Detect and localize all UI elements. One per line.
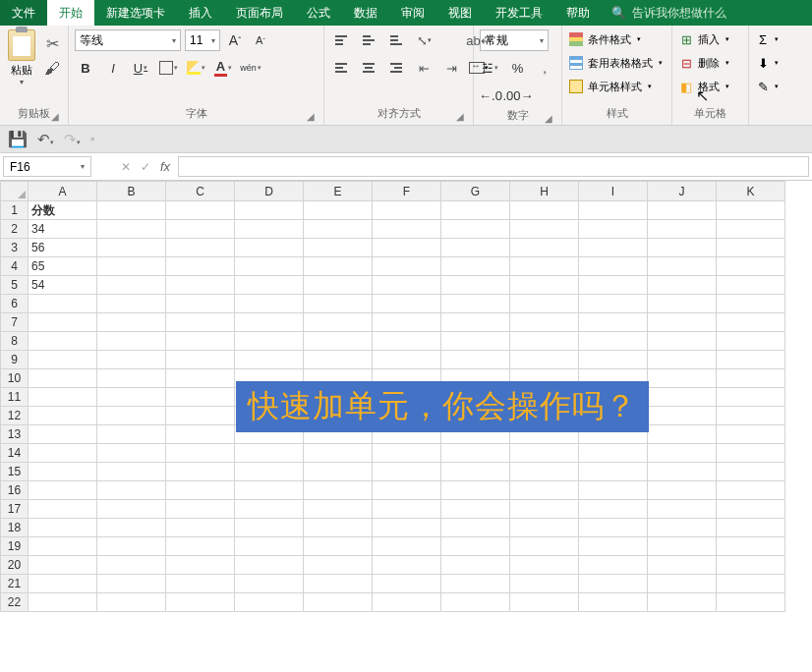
cell[interactable] — [166, 257, 235, 276]
cell[interactable] — [441, 556, 510, 575]
row-header[interactable]: 10 — [1, 369, 29, 388]
cell[interactable] — [373, 575, 441, 593]
cell[interactable] — [579, 313, 648, 332]
column-header[interactable]: E — [304, 182, 373, 201]
row-header[interactable]: 13 — [1, 425, 29, 444]
cell[interactable] — [510, 556, 579, 575]
cell[interactable] — [441, 351, 510, 369]
cell[interactable] — [166, 519, 235, 537]
italic-button[interactable]: I — [102, 57, 124, 79]
align-right-button[interactable] — [385, 57, 407, 79]
clipboard-dialog-launcher[interactable]: ◢ — [50, 111, 60, 121]
cell[interactable] — [441, 575, 510, 593]
cell[interactable] — [648, 537, 717, 556]
cell[interactable] — [235, 332, 304, 351]
cell[interactable] — [97, 201, 166, 220]
cell[interactable] — [235, 351, 304, 369]
wrap-text-button[interactable]: ab↵ — [468, 29, 490, 51]
cell[interactable] — [166, 575, 235, 593]
comma-button[interactable]: , — [534, 57, 555, 79]
cancel-formula-button[interactable]: ✕ — [121, 160, 131, 174]
row-header[interactable]: 22 — [1, 593, 29, 612]
cell[interactable] — [235, 556, 304, 575]
cell[interactable] — [441, 444, 510, 463]
cell[interactable] — [579, 276, 648, 295]
autosum-button[interactable]: Σ▾ — [755, 29, 792, 49]
increase-font-button[interactable]: Aˆ — [224, 29, 246, 51]
cell[interactable] — [717, 537, 785, 556]
cell[interactable] — [648, 257, 717, 276]
cell[interactable] — [29, 351, 97, 369]
cell[interactable] — [441, 593, 510, 612]
cell[interactable] — [579, 332, 648, 351]
cell[interactable] — [648, 444, 717, 463]
alignment-dialog-launcher[interactable]: ◢ — [455, 111, 465, 121]
cell[interactable] — [304, 444, 373, 463]
cell[interactable] — [373, 351, 441, 369]
cell[interactable] — [373, 276, 441, 295]
cell[interactable] — [441, 257, 510, 276]
cell[interactable] — [717, 481, 785, 500]
insert-function-button[interactable]: fx — [160, 159, 170, 174]
tab-insert[interactable]: 插入 — [177, 0, 224, 26]
percent-button[interactable]: % — [507, 57, 529, 79]
cell[interactable] — [29, 537, 97, 556]
fill-button[interactable]: ⬇▾ — [755, 53, 792, 73]
cell[interactable] — [166, 444, 235, 463]
cell[interactable] — [373, 332, 441, 351]
tell-me-search[interactable]: 🔍 告诉我你想做什么 — [602, 0, 736, 26]
font-name-combo[interactable]: 等线 ▾ — [75, 29, 181, 51]
cell[interactable] — [648, 593, 717, 612]
format-as-table-button[interactable]: 套用表格格式▾ — [568, 53, 666, 73]
save-button[interactable]: 💾 — [8, 130, 28, 148]
cell[interactable] — [717, 276, 785, 295]
clear-button[interactable]: ✎▾ — [755, 77, 792, 96]
borders-button[interactable]: ▾ — [157, 57, 179, 79]
chevron-down-icon[interactable]: ▾ — [20, 78, 24, 86]
cell[interactable] — [441, 537, 510, 556]
row-header[interactable]: 12 — [1, 407, 29, 425]
cell[interactable] — [373, 463, 441, 481]
cell[interactable]: 34 — [29, 220, 97, 239]
cell[interactable] — [579, 351, 648, 369]
cell[interactable] — [304, 201, 373, 220]
cell[interactable] — [235, 537, 304, 556]
cell[interactable] — [97, 295, 166, 313]
column-header[interactable]: F — [373, 182, 441, 201]
cell[interactable] — [97, 463, 166, 481]
align-middle-button[interactable] — [358, 29, 379, 51]
cell[interactable] — [648, 556, 717, 575]
cell[interactable] — [29, 295, 97, 313]
row-header[interactable]: 9 — [1, 351, 29, 369]
cell[interactable] — [97, 276, 166, 295]
cell[interactable] — [166, 500, 235, 519]
cell[interactable] — [579, 220, 648, 239]
cell[interactable] — [373, 444, 441, 463]
cell[interactable] — [510, 220, 579, 239]
column-header[interactable]: B — [97, 182, 166, 201]
cell[interactable] — [648, 388, 717, 407]
cell[interactable] — [579, 575, 648, 593]
align-bottom-button[interactable] — [385, 29, 407, 51]
column-header[interactable]: K — [717, 182, 785, 201]
cell[interactable] — [717, 519, 785, 537]
cell[interactable] — [235, 575, 304, 593]
cell[interactable] — [648, 463, 717, 481]
cell[interactable] — [717, 239, 785, 257]
row-header[interactable]: 4 — [1, 257, 29, 276]
cell[interactable] — [373, 295, 441, 313]
cell[interactable] — [717, 556, 785, 575]
cell[interactable] — [235, 313, 304, 332]
row-header[interactable]: 20 — [1, 556, 29, 575]
cell[interactable] — [648, 575, 717, 593]
cell[interactable] — [97, 369, 166, 388]
cell[interactable] — [510, 276, 579, 295]
cell[interactable] — [510, 519, 579, 537]
cell[interactable] — [97, 481, 166, 500]
cell[interactable] — [717, 500, 785, 519]
tab-formulas[interactable]: 公式 — [295, 0, 342, 26]
cell[interactable] — [97, 575, 166, 593]
row-header[interactable]: 18 — [1, 519, 29, 537]
cell[interactable] — [441, 295, 510, 313]
cell[interactable] — [441, 332, 510, 351]
